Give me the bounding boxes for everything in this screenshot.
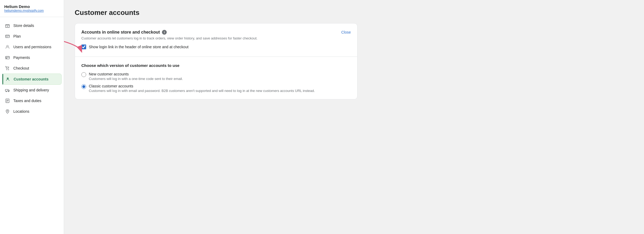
payments-icon — [5, 55, 10, 60]
users-icon — [5, 44, 10, 50]
sidebar-item-label: Locations — [13, 109, 29, 114]
radio-new-label: New customer accounts — [89, 72, 183, 76]
customer-accounts-icon — [5, 76, 10, 82]
shipping-icon — [5, 87, 10, 93]
plan-icon — [5, 34, 10, 39]
section-title: Accounts in online store and checkout i — [81, 30, 167, 35]
main-content: Customer accounts Accounts in online sto… — [64, 0, 644, 234]
sidebar-item-label: Payments — [13, 55, 30, 60]
sidebar-item-users-permissions[interactable]: Users and permissions — [2, 42, 62, 52]
show-login-link-checkbox[interactable] — [81, 45, 86, 49]
show-login-link-row: Show login link in the header of online … — [81, 45, 189, 49]
sidebar-nav: Store details Plan Users and permissions… — [0, 19, 64, 118]
sidebar-item-label: Checkout — [13, 66, 29, 70]
store-url[interactable]: heliumdemo.myshopify.com — [4, 9, 59, 13]
radio-new-accounts[interactable] — [81, 72, 86, 77]
customer-accounts-card: Accounts in online store and checkout i … — [75, 23, 357, 99]
section-header: Accounts in online store and checkout i … — [81, 30, 351, 35]
sidebar-item-label: Shipping and delivery — [13, 88, 49, 92]
radio-classic-accounts[interactable] — [81, 84, 86, 89]
svg-rect-6 — [6, 57, 9, 59]
svg-rect-13 — [5, 89, 8, 91]
sidebar-item-locations[interactable]: Locations — [2, 106, 62, 117]
svg-rect-1 — [7, 26, 8, 27]
svg-point-15 — [8, 91, 9, 92]
taxes-icon — [5, 98, 10, 103]
store-name: Helium Demo — [4, 4, 59, 9]
sidebar-item-taxes-duties[interactable]: Taxes and duties — [2, 95, 62, 106]
sidebar-item-payments[interactable]: Payments — [2, 52, 62, 63]
svg-rect-8 — [6, 58, 7, 58]
sidebar-item-store-details[interactable]: Store details — [2, 20, 62, 31]
radio-new-desc: Customers will log in with a one-time co… — [89, 77, 183, 81]
svg-point-20 — [7, 110, 8, 111]
radio-option-new: New customer accounts Customers will log… — [81, 72, 351, 81]
section-accounts-online-store: Accounts in online store and checkout i … — [75, 23, 357, 57]
sidebar-item-checkout[interactable]: Checkout — [2, 63, 62, 74]
version-title: Choose which version of customer account… — [81, 63, 351, 68]
sidebar-item-customer-accounts[interactable]: Customer accounts — [2, 74, 62, 85]
svg-point-9 — [7, 70, 7, 70]
sidebar-item-label: Taxes and duties — [13, 99, 41, 103]
sidebar: Helium Demo heliumdemo.myshopify.com Sto… — [0, 0, 64, 234]
sidebar-header: Helium Demo heliumdemo.myshopify.com — [0, 4, 64, 17]
show-login-link-label: Show login link in the header of online … — [89, 45, 189, 49]
sidebar-item-plan[interactable]: Plan — [2, 31, 62, 42]
sidebar-item-label: Plan — [13, 34, 21, 38]
sidebar-item-shipping-delivery[interactable]: Shipping and delivery — [2, 85, 62, 95]
svg-point-14 — [6, 91, 6, 92]
close-link[interactable]: Close — [341, 30, 351, 34]
account-version-radio-group: New customer accounts Customers will log… — [81, 72, 351, 93]
radio-classic-label: Classic customer accounts — [89, 84, 315, 88]
checkout-icon — [5, 66, 10, 71]
radio-classic-desc: Customers will log in with email and pas… — [89, 89, 315, 93]
svg-point-10 — [8, 70, 9, 70]
svg-rect-2 — [6, 35, 9, 38]
radio-option-classic: Classic customer accounts Customers will… — [81, 84, 351, 93]
info-icon[interactable]: i — [162, 30, 167, 35]
svg-point-12 — [7, 78, 8, 79]
checkbox-annotation-wrapper: Show login link in the header of online … — [81, 45, 189, 49]
section-description: Customer accounts let customers log in t… — [81, 36, 351, 40]
page-title: Customer accounts — [75, 9, 633, 17]
locations-icon — [5, 109, 10, 114]
store-details-icon — [5, 23, 10, 28]
sidebar-item-label: Customer accounts — [14, 77, 49, 81]
sidebar-item-label: Users and permissions — [13, 45, 51, 49]
section-choose-version: Choose which version of customer account… — [75, 57, 357, 99]
sidebar-item-label: Store details — [13, 23, 34, 28]
